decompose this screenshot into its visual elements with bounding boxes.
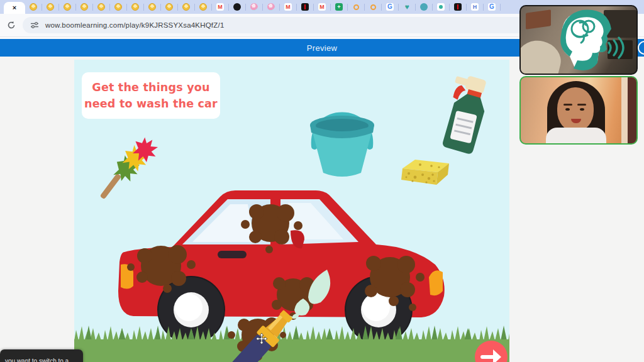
browser-tab[interactable]	[263, 0, 279, 14]
bucket[interactable]	[304, 86, 380, 180]
browser-tab[interactable]: H	[467, 0, 483, 14]
browser-tab[interactable]	[229, 0, 245, 14]
dark-favicon	[301, 3, 309, 11]
globe-favicon	[233, 3, 241, 11]
mascot-favicon	[131, 3, 139, 11]
browser-tab[interactable]	[127, 0, 143, 14]
browser-tab[interactable]: M	[314, 0, 330, 14]
cupcake-favicon	[267, 3, 275, 11]
google-favicon: G	[386, 3, 394, 11]
door-frame	[621, 77, 628, 143]
url-text: wow.boomlearning.com/play/k9KJRSSYXsa4KH…	[45, 21, 224, 29]
browser-tab[interactable]	[433, 0, 449, 14]
heart-favicon: ♥	[403, 3, 411, 11]
reload-button[interactable]	[5, 19, 18, 31]
browser-tab[interactable]: ♥	[399, 0, 415, 14]
browser-tab[interactable]	[59, 0, 75, 14]
mascot-favicon	[64, 3, 71, 11]
browser-tab[interactable]	[365, 0, 381, 14]
instruction-card: Get the things you need to wash the car	[82, 72, 220, 119]
browser-tab[interactable]	[178, 0, 194, 14]
eye-left	[565, 108, 570, 111]
speaker-shirt	[546, 128, 606, 145]
mascot-favicon	[165, 3, 173, 11]
browser-tab[interactable]: +	[331, 0, 347, 14]
eyebrow-left	[564, 104, 572, 106]
gmail-favicon: M	[216, 3, 224, 11]
browser-tab[interactable]	[25, 0, 42, 14]
mascot-favicon	[199, 3, 207, 11]
sheets-favicon: +	[335, 3, 343, 11]
tune-icon	[30, 21, 39, 29]
mascot-favicon	[80, 3, 88, 11]
ring-favicon	[370, 4, 376, 10]
mascot-favicon	[97, 3, 105, 11]
browser-tab[interactable]	[450, 0, 466, 14]
video-tile-speaker[interactable]	[519, 76, 638, 145]
mouth	[571, 119, 581, 123]
cupcake-favicon	[250, 3, 258, 11]
mascot-favicon	[182, 3, 190, 11]
game-stage: Get the things you need to wash the car	[74, 60, 509, 362]
curtain	[628, 77, 636, 143]
tooltip-text: you want to switch to a	[5, 358, 69, 362]
video-tile-logo[interactable]	[519, 5, 638, 75]
active-browser-tab[interactable]: ×	[4, 2, 25, 14]
browser-tab[interactable]	[195, 0, 211, 14]
eyebrow-right	[577, 104, 586, 106]
browser-tab[interactable]: G	[484, 0, 500, 14]
browser-tab[interactable]	[76, 0, 92, 14]
browser-tab[interactable]	[416, 0, 432, 14]
tab-close-icon[interactable]: ×	[13, 4, 16, 11]
mini-favicon	[437, 3, 445, 11]
mascot-favicon	[148, 3, 156, 11]
browser-tab[interactable]: M	[212, 0, 228, 14]
eye-right	[580, 108, 584, 111]
google-favicon: G	[488, 3, 496, 11]
ring-favicon	[353, 4, 359, 10]
spray-bottle[interactable]	[438, 75, 501, 163]
tab-separator	[500, 4, 501, 11]
speaker-face	[557, 87, 594, 131]
browser-tab[interactable]	[42, 0, 58, 14]
mascot-favicon	[30, 3, 37, 11]
instruction-line-1: Get the things you	[92, 79, 209, 96]
next-button[interactable]	[474, 340, 508, 362]
notification-tooltip: you want to switch to a	[0, 349, 83, 362]
browser-tab[interactable]	[246, 0, 262, 14]
mascot-favicon	[47, 3, 54, 11]
screen: × MMM+G♥HG wow.boomlearning.com/play/k9K…	[0, 0, 644, 362]
browser-tab[interactable]	[348, 0, 364, 14]
gmail-favicon: M	[284, 3, 292, 11]
video-call-overlay	[518, 4, 639, 145]
happ-favicon: H	[471, 3, 479, 11]
browser-tab[interactable]: G	[382, 0, 398, 14]
mascot-favicon	[114, 3, 122, 11]
speech-therapy-logo-icon	[545, 8, 626, 75]
dark-favicon	[454, 3, 462, 11]
reload-icon	[7, 21, 16, 30]
gmail-favicon: M	[318, 3, 326, 11]
hose-nozzle[interactable]	[191, 262, 336, 362]
teal-favicon	[420, 3, 428, 11]
browser-tab[interactable]	[93, 0, 109, 14]
browser-tab[interactable]	[161, 0, 177, 14]
browser-tab[interactable]: M	[280, 0, 296, 14]
preview-label: Preview	[307, 43, 337, 53]
browser-tab[interactable]	[144, 0, 160, 14]
browser-tab[interactable]	[110, 0, 126, 14]
browser-tab[interactable]	[297, 0, 313, 14]
instruction-line-2: need to wash the car	[84, 96, 218, 112]
